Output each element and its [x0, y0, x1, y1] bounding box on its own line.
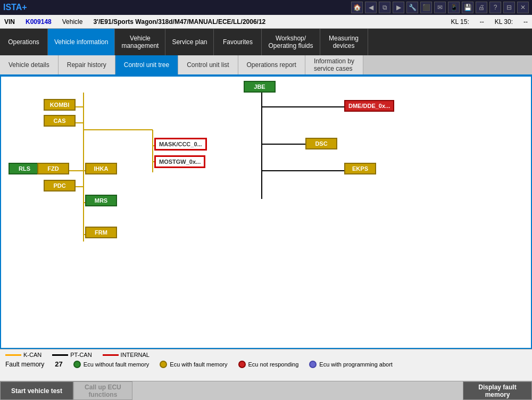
- subtab-info-service-cases[interactable]: Information byservice cases: [305, 55, 363, 74]
- kcan-line: [5, 354, 21, 356]
- mail-icon[interactable]: ✉: [434, 2, 446, 13]
- fault-memory-count: 27: [55, 360, 62, 368]
- programming-abort-label: Ecu with programming abort: [319, 361, 393, 368]
- ecu-EKPS[interactable]: EKPS: [344, 163, 376, 174]
- kl30-label: KL 30:: [495, 18, 513, 26]
- vehicle-label: Vehicle: [62, 18, 83, 26]
- legend-with-fault: Ecu with fault memory: [160, 361, 227, 368]
- ecu-PDC[interactable]: PDC: [44, 180, 76, 191]
- fault-line: Fault memory 27 Ecu without fault memory…: [5, 360, 527, 368]
- status-bar: K-CAN PT-CAN INTERNAL Fault memory 27 Ec…: [0, 349, 532, 381]
- ecu-FRM[interactable]: FRM: [85, 227, 117, 238]
- legend-not-responding: Ecu not responding: [238, 361, 299, 368]
- not-responding-label: Ecu not responding: [248, 361, 299, 368]
- ecu-CAS[interactable]: CAS: [44, 115, 76, 127]
- subtab-vehicle-details[interactable]: Vehicle details: [0, 55, 59, 74]
- connection-lines: [1, 77, 531, 348]
- not-responding-dot: [238, 361, 246, 368]
- ptcan-line: [52, 354, 68, 356]
- tab-vehicle-information[interactable]: Vehicle information: [48, 29, 115, 55]
- internal-line: [103, 354, 119, 356]
- kl15-value: --: [480, 18, 484, 26]
- content-area: KOMBI CAS RLS FZD PDC IHKA MRS FRM MASK/…: [0, 76, 532, 349]
- toolbar-icons: 🏠 ◀ ⧉ ▶ 🔧 ⬛ ✉ 📱 💾 🖨 ? ⊟ ✕: [351, 2, 529, 13]
- no-fault-label: Ecu without fault memory: [84, 361, 149, 368]
- ecu-DME-DDE[interactable]: DME/DDE_0x...: [344, 100, 394, 112]
- ecu-JBE[interactable]: JBE: [244, 81, 276, 93]
- kl15-label: KL 15:: [451, 18, 469, 26]
- call-up-ecu-button[interactable]: Call up ECUfunctions: [73, 381, 132, 400]
- main-nav: Operations Vehicle information Vehiclema…: [0, 29, 532, 55]
- tree-canvas: KOMBI CAS RLS FZD PDC IHKA MRS FRM MASK/…: [1, 77, 531, 348]
- ecu-RLS[interactable]: RLS: [9, 163, 40, 174]
- programming-abort-dot: [309, 361, 317, 368]
- kl30-value: --: [523, 18, 528, 26]
- help-icon[interactable]: ?: [489, 2, 501, 13]
- vehicle-value: 3'/E91/Sports Wagon/318d/M47/MANUAL/ECE/…: [93, 18, 265, 26]
- home-icon[interactable]: 🏠: [351, 2, 363, 13]
- internal-legend: INTERNAL: [103, 352, 149, 358]
- ecu-MASK-CCC[interactable]: MASK/CCC_0...: [154, 138, 207, 151]
- with-fault-label: Ecu with fault memory: [170, 361, 227, 368]
- ptcan-label: PT-CAN: [70, 352, 92, 358]
- legend-programming-abort: Ecu with programming abort: [309, 361, 393, 368]
- device-icon[interactable]: 📱: [448, 2, 460, 13]
- action-bar: Start vehicle test Call up ECUfunctions …: [0, 381, 532, 400]
- legend-line: K-CAN PT-CAN INTERNAL: [5, 352, 527, 358]
- tab-workshop-fluids[interactable]: Workshop/Operating fluids: [262, 29, 320, 55]
- save-icon[interactable]: 💾: [462, 2, 473, 13]
- forward-icon[interactable]: ▶: [393, 2, 404, 13]
- subtab-control-unit-list[interactable]: Control unit list: [178, 55, 238, 74]
- close-icon[interactable]: ✕: [517, 2, 529, 13]
- no-fault-dot: [73, 361, 81, 368]
- legend-no-fault: Ecu without fault memory: [73, 361, 149, 368]
- kcan-legend: K-CAN: [5, 352, 41, 358]
- subtab-control-unit-tree[interactable]: Control unit tree: [115, 55, 178, 74]
- tab-operations[interactable]: Operations: [0, 29, 48, 55]
- app-title: ISTA+: [3, 3, 27, 12]
- tab-favourites[interactable]: Favourites: [214, 29, 262, 55]
- ptcan-legend: PT-CAN: [52, 352, 92, 358]
- kcan-label: K-CAN: [23, 352, 41, 358]
- tab-measuring-devices[interactable]: Measuringdevices: [320, 29, 368, 55]
- print-icon[interactable]: 🖨: [476, 2, 487, 13]
- subtab-operations-report[interactable]: Operations report: [238, 55, 305, 74]
- internal-label: INTERNAL: [121, 352, 149, 358]
- ecu-DSC[interactable]: DSC: [305, 138, 337, 149]
- copy-icon[interactable]: ⧉: [379, 2, 390, 13]
- subtab-repair-history[interactable]: Repair history: [59, 55, 115, 74]
- with-fault-dot: [160, 361, 167, 368]
- back-icon[interactable]: ◀: [365, 2, 377, 13]
- sub-nav: Vehicle details Repair history Control u…: [0, 55, 532, 76]
- screen-icon[interactable]: ⬛: [420, 2, 432, 13]
- tab-vehicle-management[interactable]: Vehiclemanagement: [115, 29, 165, 55]
- start-vehicle-test-button[interactable]: Start vehicle test: [0, 381, 73, 400]
- titlebar: ISTA+ 🏠 ◀ ⧉ ▶ 🔧 ⬛ ✉ 📱 💾 🖨 ? ⊟ ✕: [0, 0, 532, 15]
- ecu-FZD[interactable]: FZD: [37, 163, 69, 174]
- display-fault-memory-button[interactable]: Display faultmemory: [463, 381, 532, 400]
- vinbar: VIN K009148 Vehicle 3'/E91/Sports Wagon/…: [0, 15, 532, 29]
- tab-service-plan[interactable]: Service plan: [165, 29, 214, 55]
- ecu-MOSTGW[interactable]: MOSTGW_0x...: [154, 155, 205, 168]
- ecu-MRS[interactable]: MRS: [85, 195, 117, 206]
- fault-memory-label: Fault memory: [5, 361, 44, 368]
- wrench-icon[interactable]: 🔧: [406, 2, 418, 13]
- vin-value: K009148: [26, 18, 52, 26]
- ecu-IHKA[interactable]: IHKA: [85, 163, 117, 174]
- vin-label: VIN: [4, 18, 15, 26]
- extra-icon[interactable]: ⊟: [503, 2, 515, 13]
- ecu-KOMBI[interactable]: KOMBI: [44, 99, 76, 111]
